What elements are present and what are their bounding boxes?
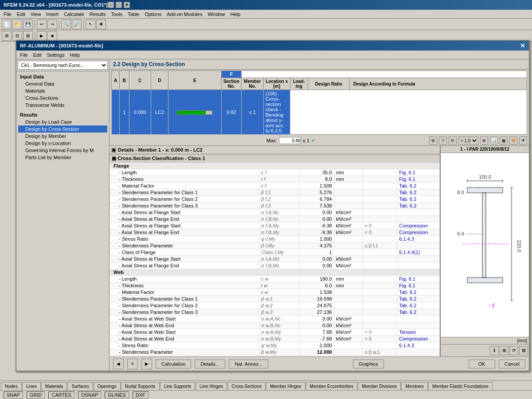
tab-openings[interactable]: Openings: [94, 382, 121, 390]
cs-view-btn[interactable]: ⊠: [519, 346, 528, 355]
status-osnap[interactable]: OSNAP: [78, 391, 102, 399]
right-area: 2.2 Design by Cross-Section A B C D E: [110, 59, 529, 371]
toolbar-eye-icon[interactable]: 👁: [519, 137, 527, 145]
tree-design-load-case[interactable]: Design by Load Case: [18, 118, 107, 125]
tab-line-supports[interactable]: Line Supports: [160, 382, 196, 390]
toolbar-open[interactable]: 📂: [12, 20, 22, 29]
case-dropdown[interactable]: CA1 - Bemessung nach Euroc...: [18, 61, 108, 70]
status-glines[interactable]: GLINES: [105, 391, 129, 399]
toolbar-zoom-in[interactable]: 🔍: [61, 20, 71, 29]
tree-general-data[interactable]: General Data: [18, 80, 107, 87]
tab-line-hinges[interactable]: Line Hinges: [196, 382, 227, 390]
toolbar-redo[interactable]: ↪: [47, 20, 57, 29]
nav-list-btn[interactable]: ≡: [127, 359, 138, 369]
module-menu-settings[interactable]: Settings: [44, 51, 67, 59]
toolbar-chart-icon[interactable]: 📊: [490, 137, 498, 145]
calculation-button[interactable]: Calculation: [156, 360, 191, 368]
cs-zoom-btn[interactable]: ⊞: [500, 346, 509, 355]
tree-governing-forces[interactable]: Governing Internal Forces by M: [18, 147, 107, 154]
tab-member-divisions[interactable]: Member Divisions: [358, 382, 401, 390]
rfem-menu-file[interactable]: File: [1, 11, 14, 18]
module-close-btn[interactable]: ✕: [520, 42, 525, 49]
toolbar2-btn3[interactable]: ⊠: [23, 31, 33, 41]
nat-annex-button[interactable]: Nat. Annex...: [229, 360, 268, 368]
rfem-menu-view[interactable]: View: [28, 11, 44, 18]
tab-member-hinges[interactable]: Member Hinges: [266, 382, 305, 390]
tab-nodal-supports[interactable]: Nodal Supports: [121, 382, 160, 390]
graphics-button[interactable]: Graphics: [353, 360, 384, 368]
detail-table: ▣ Cross-Section Classification - Class 1…: [110, 154, 440, 356]
status-snap[interactable]: SNAP: [4, 391, 23, 399]
tree-design-member[interactable]: Design by Member: [18, 133, 107, 140]
rfem-menu-help[interactable]: Help: [228, 11, 243, 18]
toolbar-table-icon[interactable]: ▦: [500, 137, 508, 145]
tab-lines[interactable]: Lines: [22, 382, 41, 390]
module-menu-file[interactable]: File: [17, 51, 31, 59]
tab-member-elastic-foundations[interactable]: Member Elastic Foundations: [428, 382, 493, 390]
tab-members[interactable]: Members: [401, 382, 428, 390]
toolbar-select[interactable]: ↖: [86, 20, 95, 29]
toolbar2-btn5[interactable]: ■: [47, 31, 57, 41]
toolbar-zoom-out[interactable]: 🔎: [72, 20, 82, 29]
toolbar-color-icon[interactable]: 🎨: [509, 137, 517, 145]
rfem-menu-addons[interactable]: Add-on Modules: [164, 11, 205, 18]
max-value-input[interactable]: [279, 137, 301, 144]
toolbar-move[interactable]: ✥: [96, 20, 106, 29]
module-menu-help[interactable]: Help: [67, 51, 82, 59]
ok-button[interactable]: OK: [469, 360, 495, 368]
rfem-menu-window[interactable]: Window: [205, 11, 227, 18]
rfem-menu-calculate[interactable]: Calculate: [61, 11, 87, 18]
classification-expand-icon[interactable]: ▣: [112, 156, 117, 161]
rfem-menu-results[interactable]: Results: [87, 11, 109, 18]
tree-parts-list[interactable]: Parts List by Member: [18, 154, 107, 161]
details-collapse-btn[interactable]: ▣: [111, 147, 116, 153]
rfem-minimize-btn[interactable]: ─: [108, 2, 114, 8]
tree-materials[interactable]: Materials: [18, 87, 107, 94]
tab-member-eccentricities[interactable]: Member Eccentricities: [306, 382, 357, 390]
tab-nodes[interactable]: Nodes: [1, 382, 22, 390]
status-cartes[interactable]: CARTES: [48, 391, 74, 399]
module-menu-edit[interactable]: Edit: [31, 51, 44, 59]
status-tabs: Nodes Lines Materials Surfaces Openings …: [0, 380, 532, 390]
flange-section-row: Flange: [110, 163, 440, 169]
design-ratio-header: Design Ratio: [308, 78, 349, 90]
cs-rotate-btn[interactable]: ⟳: [509, 346, 518, 355]
toolbar2-btn1[interactable]: ⊞: [2, 31, 12, 41]
flange-class-row: - Class of Flange Class f,My 1 6.1.4.4(1…: [110, 249, 440, 256]
filter-ratio-dropdown[interactable]: > 1.0 > 0.0 > 0.5: [458, 137, 478, 145]
table-row[interactable]: 1 0.000 LC2 0.82 ≤ 1 (106): [112, 90, 527, 135]
toolbar-save[interactable]: 💾: [23, 20, 33, 29]
toolbar2-btn2[interactable]: ⊟: [12, 31, 22, 41]
tree-design-x-location[interactable]: Design by x-Location: [18, 140, 107, 147]
rfem-menu-tools[interactable]: Tools: [108, 11, 125, 18]
details-content[interactable]: ▣ Cross-Section Classification - Class 1…: [110, 154, 440, 356]
status-grid[interactable]: GRID: [27, 391, 45, 399]
rfem-menu-table[interactable]: Table: [125, 11, 142, 18]
cancel-button[interactable]: Cancel: [499, 360, 525, 368]
toolbar2-btn4[interactable]: ▶: [37, 31, 47, 41]
classification-title: Cross-Section Classification - Class 1: [117, 156, 205, 161]
tab-surfaces[interactable]: Surfaces: [67, 382, 93, 390]
toolbar-filter-icon[interactable]: ▽: [439, 137, 447, 145]
rfem-maximize-btn[interactable]: □: [116, 2, 122, 8]
cs-info-btn[interactable]: ℹ: [490, 346, 499, 355]
tree-design-cross-section[interactable]: Design by Cross-Section: [18, 125, 107, 133]
status-dxf[interactable]: DXF: [133, 391, 149, 399]
toolbar-copy-icon[interactable]: ⊞: [429, 137, 437, 145]
details-button[interactable]: Details...: [195, 360, 225, 368]
rfem-menu-options[interactable]: Options: [142, 11, 164, 18]
toolbar-undo[interactable]: ↩: [37, 20, 47, 29]
tab-cross-sections[interactable]: Cross-Sections: [227, 382, 266, 390]
toolbar-new[interactable]: 📄: [2, 20, 12, 29]
toolbar-export-icon[interactable]: ⊟: [449, 137, 457, 145]
tree-cross-sections[interactable]: Cross-Sections: [18, 94, 107, 102]
nav-next-btn[interactable]: ▶: [141, 359, 152, 369]
rfem-close-btn[interactable]: ✕: [124, 2, 130, 8]
tree-transverse-welds[interactable]: Transverse Welds: [18, 102, 107, 109]
cell-ratio-value: 0.82: [221, 90, 241, 135]
toolbar-funnel-icon[interactable]: ⊞: [480, 137, 488, 145]
nav-prev-btn[interactable]: ◀: [113, 359, 124, 369]
tab-materials[interactable]: Materials: [41, 382, 67, 390]
rfem-menu-insert[interactable]: Insert: [43, 11, 61, 18]
rfem-menu-edit[interactable]: Edit: [14, 11, 28, 18]
